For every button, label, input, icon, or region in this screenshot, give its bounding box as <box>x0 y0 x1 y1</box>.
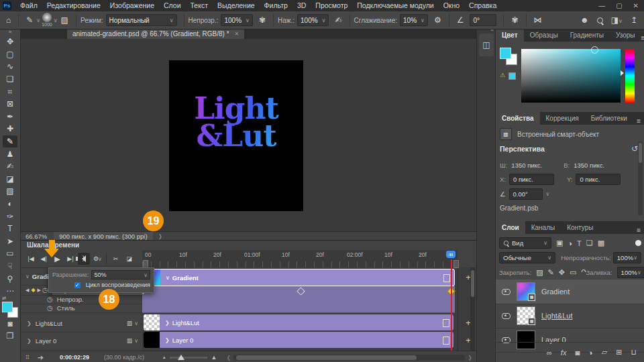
tab-gradients[interactable]: Градиенты <box>564 29 610 42</box>
menu-window[interactable]: Окно <box>439 0 464 11</box>
menu-type[interactable]: Текст <box>186 0 213 11</box>
layer-name[interactable]: Gradient <box>541 288 570 296</box>
menu-filter[interactable]: Фильтр <box>260 0 292 11</box>
home-icon[interactable]: ⌂ <box>3 15 14 25</box>
minimize-icon[interactable]: — <box>598 2 605 9</box>
panel-menu-icon[interactable]: ≡ <box>637 227 641 234</box>
clip-end-icon[interactable] <box>446 274 450 282</box>
layer-name[interactable]: Light&Lut <box>541 312 572 320</box>
prev-keyframe-icon[interactable]: ◀ <box>25 288 29 293</box>
transition-button[interactable]: ◪ <box>123 253 135 265</box>
track-bar-layer0[interactable]: ❯ Layer 0 <box>144 332 453 348</box>
tab-properties[interactable]: Свойства <box>496 112 540 125</box>
panel-menu-icon[interactable]: ≡ <box>641 34 644 42</box>
new-layer-icon[interactable]: ⊞ <box>616 348 622 357</box>
pen-pressure-icon[interactable]: ✍ <box>331 15 345 25</box>
tab-libraries[interactable]: Библиотеки <box>585 112 633 125</box>
zoom-in-timeline-icon[interactable]: ▲ <box>211 354 217 361</box>
foreground-color-swatch[interactable] <box>500 48 511 59</box>
keyframe-diamond[interactable] <box>297 287 305 296</box>
next-keyframe-icon[interactable]: ▶ <box>38 288 41 293</box>
canvas-pasteboard[interactable]: Light &Lut <box>20 39 476 231</box>
canvas-artboard[interactable]: Light &Lut <box>169 60 303 211</box>
layer-filter-select[interactable]: Вид ∨ <box>499 237 551 249</box>
chevron-down-icon[interactable]: ∨ <box>134 320 138 326</box>
marquee-tool[interactable]: ▢ <box>3 48 17 61</box>
brush-settings-panel-icon[interactable]: ▨ <box>58 15 72 25</box>
frame-tool[interactable]: ⊠ <box>3 98 17 111</box>
convert-frames-icon[interactable]: ⠿ <box>25 355 30 361</box>
menu-help[interactable]: Справка <box>464 0 501 11</box>
workspace-layout-icon[interactable]: ◨∨ <box>611 15 623 25</box>
link-layers-icon[interactable]: ∞ <box>547 349 552 357</box>
share-icon[interactable]: ↥ <box>631 15 637 25</box>
video-track-icon[interactable]: ▥ <box>127 320 133 326</box>
clip-end-icon[interactable] <box>445 319 449 327</box>
brush-tool-preset-icon[interactable]: ✎ <box>23 15 36 25</box>
smoothing-select[interactable]: 10% ∨ <box>400 14 428 26</box>
airbrush-icon[interactable]: ✾ <box>508 15 521 25</box>
maximize-icon[interactable]: ▢ <box>616 2 622 9</box>
fill-select[interactable]: 100%∨ <box>617 267 644 278</box>
menu-plugins[interactable]: Подключаемые модули <box>352 0 438 11</box>
opacity-select[interactable]: 100% ∨ <box>221 14 252 26</box>
document-tab[interactable]: animated-gradient.psd @ 66.7% (Gradient,… <box>67 29 244 39</box>
playhead-handle[interactable] <box>446 251 455 258</box>
keyframe-row-opacity[interactable] <box>142 295 455 304</box>
filter-shape-layers-icon[interactable]: ❏ <box>586 239 593 247</box>
visibility-eye-icon[interactable] <box>502 313 511 319</box>
export-video-icon[interactable]: ➔ <box>38 353 44 362</box>
track-bar-lightlut[interactable]: ❯ Light&Lut <box>144 314 453 330</box>
zoom-out-timeline-icon[interactable]: ▴ <box>163 355 166 360</box>
hue-slider[interactable] <box>625 49 635 103</box>
type-tool[interactable]: T <box>3 223 17 235</box>
blend-mode-select[interactable]: Нормальный ∨ <box>106 14 177 26</box>
adjustment-layer-icon[interactable]: ◑ <box>588 349 593 357</box>
screen-mode-icon[interactable]: ❐ <box>3 330 17 343</box>
filter-smart-objects-icon[interactable]: ▩ <box>598 239 604 247</box>
filter-toggle-icon[interactable] <box>635 240 641 246</box>
layer-row-gradient[interactable]: ▩ Gradient <box>496 280 644 304</box>
y-input[interactable]: 0 пикс. <box>576 174 621 185</box>
split-at-playhead-button[interactable]: ✂ <box>109 253 121 265</box>
lock-position-icon[interactable]: ✥ <box>559 268 565 277</box>
eraser-tool[interactable]: ◪ <box>3 173 17 186</box>
timeline-prop-opacity[interactable]: ◷ Непрозр. <box>20 295 142 304</box>
menu-3d[interactable]: 3D <box>292 0 311 11</box>
hue-slider-arrow-icon[interactable] <box>621 70 624 76</box>
delete-layer-icon[interactable]: ⊔ <box>631 348 637 357</box>
panel-menu-icon[interactable]: ≡ <box>637 117 641 125</box>
properties-scrollbar[interactable] <box>638 141 643 215</box>
work-area-end-handle[interactable] <box>453 260 459 268</box>
new-group-icon[interactable]: ▱ <box>602 348 607 357</box>
zoom-level[interactable]: 66.67% <box>25 233 47 240</box>
gamut-warning-icon[interactable]: ⚠ <box>500 72 505 78</box>
menu-layers[interactable]: Слои <box>159 0 186 11</box>
lock-artboard-icon[interactable]: ▭ <box>570 268 576 277</box>
brush-size-picker[interactable]: 1000 <box>42 13 52 27</box>
track-bar-gradient[interactable]: ∨ Gradient <box>144 269 455 286</box>
menu-file[interactable]: Файл <box>15 0 42 11</box>
visibility-eye-icon[interactable] <box>502 289 511 295</box>
stopwatch-icon[interactable]: ◷ <box>47 304 53 312</box>
tab-close-icon[interactable]: ✕ <box>235 31 239 37</box>
width-value[interactable]: 1350 пикс. <box>511 162 542 169</box>
audio-toggle-button[interactable] <box>78 253 90 265</box>
layer-thumbnail[interactable]: ▩ <box>517 306 535 325</box>
menu-edit[interactable]: Редактирование <box>42 0 105 11</box>
brush-angle-input[interactable]: 0° <box>470 14 496 26</box>
collapsed-panel-icon[interactable]: ◫ <box>479 34 494 56</box>
menu-view[interactable]: Просмотр <box>311 0 352 11</box>
tab-layers[interactable]: Слои <box>496 221 525 234</box>
zoom-tool[interactable]: ⚲ <box>3 272 17 285</box>
brush-preset-chevron-icon[interactable]: ∨ <box>36 17 40 23</box>
lasso-tool[interactable]: ∿ <box>3 60 17 73</box>
color-field[interactable] <box>521 49 621 103</box>
timeline-zoom-slider[interactable] <box>170 357 207 359</box>
object-selection-tool[interactable]: ❏ <box>3 73 17 86</box>
clip-end-icon[interactable] <box>445 337 449 345</box>
hand-tool[interactable]: ☟ <box>3 260 17 273</box>
healing-brush-tool[interactable]: ✚ <box>3 123 17 135</box>
color-swatches-widget[interactable]: ⇄ <box>2 300 18 317</box>
keyframe-row-perspective[interactable] <box>142 286 455 296</box>
